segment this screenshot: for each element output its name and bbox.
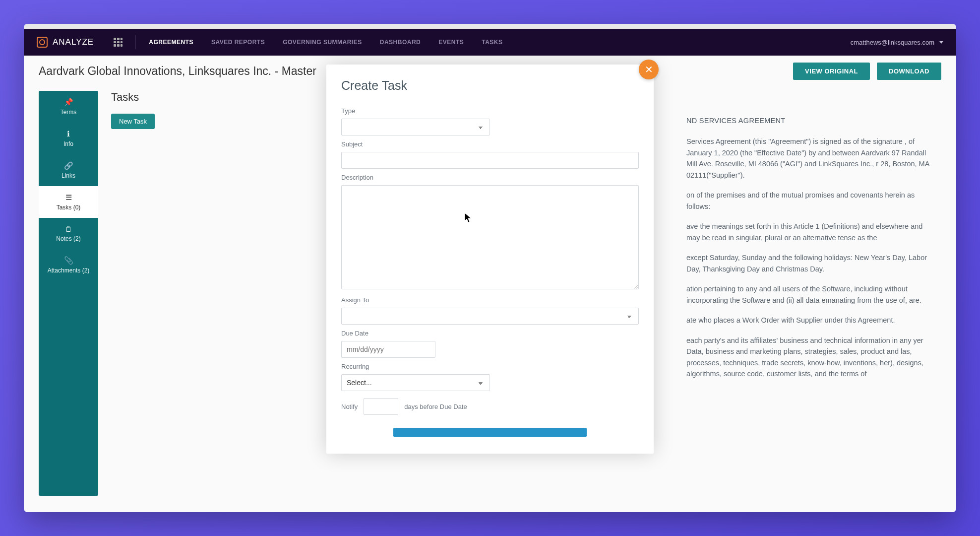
type-select[interactable] bbox=[341, 119, 490, 135]
new-task-button[interactable]: New Task bbox=[111, 114, 155, 129]
nav-tasks[interactable]: TASKS bbox=[482, 39, 502, 46]
left-sidebar: 📌 Terms ℹ Info 🔗 Links ☰ Tasks (0) 🗒 bbox=[39, 91, 98, 496]
document-heading: ND SERVICES AGREEMENT bbox=[686, 115, 929, 126]
brand-logo[interactable]: ANALYZE bbox=[37, 37, 94, 48]
user-email: cmatthews@linksquares.com bbox=[851, 39, 934, 46]
top-nav: ANALYZE AGREEMENTS SAVED REPORTS GOVERNI… bbox=[24, 29, 956, 56]
modal-submit-button[interactable] bbox=[393, 428, 587, 437]
document-paragraph: ate who places a Work Order with Supplie… bbox=[686, 315, 929, 326]
sidebar-item-attachments[interactable]: 📎 Attachments (2) bbox=[39, 249, 98, 281]
nav-agreements[interactable]: AGREEMENTS bbox=[149, 39, 193, 46]
subject-label: Subject bbox=[341, 140, 639, 148]
nav-saved-reports[interactable]: SAVED REPORTS bbox=[211, 39, 265, 46]
browser-chrome bbox=[24, 24, 956, 29]
notify-label: Notify bbox=[341, 403, 358, 410]
assign-to-label: Assign To bbox=[341, 296, 639, 304]
view-original-button[interactable]: VIEW ORIGINAL bbox=[793, 63, 870, 80]
info-icon: ℹ bbox=[42, 130, 95, 138]
pin-icon: 📌 bbox=[42, 98, 95, 107]
assign-to-select[interactable] bbox=[341, 308, 639, 325]
notify-days-input[interactable] bbox=[364, 398, 398, 415]
sidebar-item-label: Notes (2) bbox=[56, 235, 80, 242]
sidebar-item-terms[interactable]: 📌 Terms bbox=[39, 91, 98, 123]
chevron-down-icon bbox=[939, 41, 943, 44]
paperclip-icon: 📎 bbox=[42, 256, 95, 265]
description-textarea[interactable] bbox=[341, 185, 639, 289]
document-paragraph: each party's and its affiliates' busines… bbox=[686, 335, 929, 380]
nav-links: AGREEMENTS SAVED REPORTS GOVERNING SUMMA… bbox=[149, 39, 502, 46]
due-date-label: Due Date bbox=[341, 330, 639, 337]
nav-dashboard[interactable]: DASHBOARD bbox=[380, 39, 421, 46]
subject-input[interactable] bbox=[341, 152, 639, 169]
sidebar-item-tasks[interactable]: ☰ Tasks (0) bbox=[39, 186, 98, 218]
link-icon: 🔗 bbox=[42, 161, 95, 170]
sidebar-item-notes[interactable]: 🗒 Notes (2) bbox=[39, 218, 98, 249]
sidebar-item-label: Info bbox=[63, 140, 73, 147]
page-title: Aardvark Global Innovations, Linksquares… bbox=[39, 65, 316, 78]
description-label: Description bbox=[341, 174, 639, 181]
modal-title: Create Task bbox=[341, 78, 639, 101]
nav-events[interactable]: EVENTS bbox=[438, 39, 464, 46]
document-paragraph: on of the premises and of the mutual pro… bbox=[686, 190, 929, 212]
type-label: Type bbox=[341, 107, 639, 115]
note-icon: 🗒 bbox=[42, 225, 95, 233]
notify-suffix: days before Due Date bbox=[404, 403, 467, 410]
list-icon: ☰ bbox=[42, 193, 95, 202]
analyze-logo-icon bbox=[37, 37, 48, 48]
app-grid-icon[interactable] bbox=[114, 38, 122, 47]
sidebar-item-label: Links bbox=[61, 172, 75, 179]
brand-name: ANALYZE bbox=[53, 37, 94, 47]
sidebar-item-label: Attachments (2) bbox=[48, 267, 90, 274]
document-paragraph: ation pertaining to any and all users of… bbox=[686, 283, 929, 306]
sidebar-item-info[interactable]: ℹ Info bbox=[39, 123, 98, 154]
document-preview: ND SERVICES AGREEMENT Services Agreement… bbox=[686, 115, 929, 388]
user-menu[interactable]: cmatthews@linksquares.com bbox=[851, 39, 943, 46]
document-paragraph: Services Agreement (this "Agreement") is… bbox=[686, 136, 929, 181]
sidebar-filler bbox=[39, 281, 98, 496]
nav-governing-summaries[interactable]: GOVERNING SUMMARIES bbox=[283, 39, 362, 46]
document-paragraph: except Saturday, Sunday and the followin… bbox=[686, 252, 929, 274]
sidebar-item-links[interactable]: 🔗 Links bbox=[39, 154, 98, 186]
sidebar-item-label: Tasks (0) bbox=[57, 204, 81, 211]
recurring-label: Recurring bbox=[341, 363, 639, 370]
due-date-input[interactable] bbox=[341, 341, 435, 358]
recurring-select[interactable]: Select... bbox=[341, 374, 490, 391]
close-icon[interactable]: ✕ bbox=[639, 60, 659, 79]
document-paragraph: ave the meanings set forth in this Artic… bbox=[686, 221, 929, 243]
download-button[interactable]: DOWNLOAD bbox=[877, 63, 941, 80]
sidebar-item-label: Terms bbox=[61, 109, 77, 116]
nav-divider bbox=[135, 35, 136, 49]
create-task-modal: ✕ Create Task Type Subject Description A… bbox=[326, 65, 654, 454]
